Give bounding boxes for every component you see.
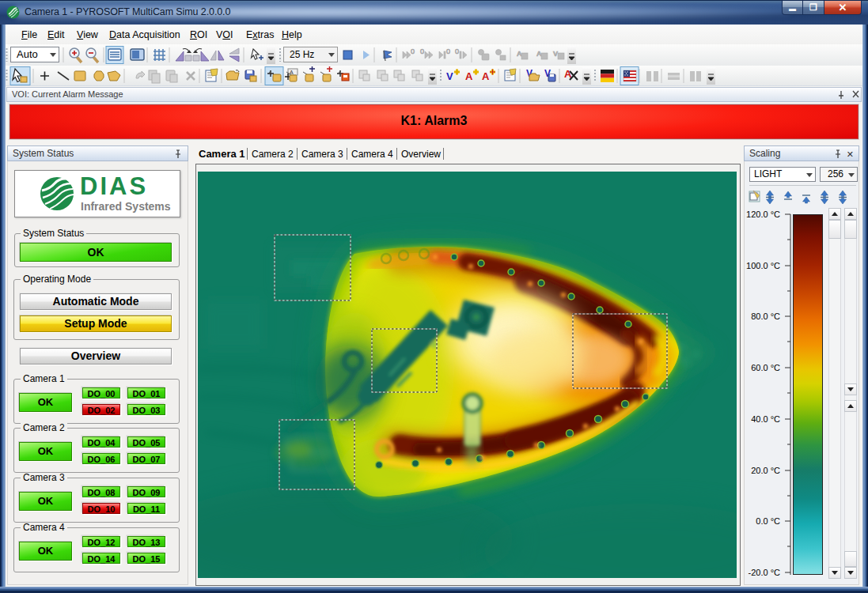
svg-text:0: 0 — [446, 47, 450, 55]
svg-text:V: V — [446, 70, 453, 82]
svg-text:A: A — [465, 70, 473, 82]
svg-text:A: A — [482, 70, 490, 82]
svg-text:V: V — [553, 50, 558, 58]
svg-text:0: 0 — [420, 47, 424, 55]
svg-text:0: 0 — [455, 47, 459, 55]
svg-text:0: 0 — [411, 47, 415, 55]
